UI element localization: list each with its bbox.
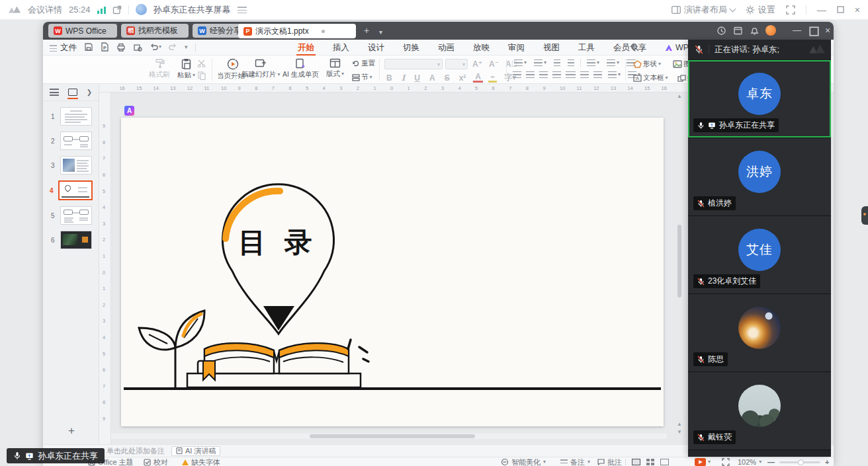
zoom-level[interactable]: 102%▾ bbox=[738, 457, 761, 466]
zoom-out-button[interactable]: — bbox=[767, 458, 775, 466]
play-options-chevron[interactable]: ▾ bbox=[708, 459, 711, 465]
bold-button[interactable]: B bbox=[384, 73, 394, 83]
missing-font-warning[interactable]: 缺失字体 bbox=[182, 457, 220, 466]
columns-button[interactable] bbox=[580, 71, 589, 78]
participant-tile-zhi-hongting[interactable]: 洪婷 植洪婷 bbox=[688, 138, 831, 216]
comments-button[interactable]: 批注 bbox=[597, 457, 622, 466]
strikethrough-button[interactable]: S bbox=[443, 73, 452, 83]
align-left-button[interactable] bbox=[513, 71, 521, 78]
minimize-button[interactable]: — bbox=[817, 5, 826, 15]
wps-minimize-button[interactable]: — bbox=[793, 25, 801, 36]
distribute-button[interactable] bbox=[566, 71, 576, 78]
normal-view-button[interactable] bbox=[632, 459, 640, 465]
slide-thumbnail-5[interactable]: 5 bbox=[60, 206, 92, 225]
superscript-button[interactable]: x² bbox=[457, 73, 468, 83]
tab-member[interactable]: 会员专享 bbox=[612, 40, 648, 56]
wps-ai-float-icon[interactable]: A bbox=[124, 106, 134, 116]
print-icon[interactable] bbox=[116, 43, 126, 52]
ai-script-button[interactable]: AI 演讲稿 bbox=[171, 446, 220, 456]
slide-page[interactable]: 目 录 bbox=[121, 118, 664, 426]
shape-button[interactable]: 形状▾ bbox=[632, 59, 662, 69]
fullscreen-icon[interactable] bbox=[786, 5, 795, 15]
undo-button[interactable]: ▾ bbox=[150, 43, 161, 51]
decrease-indent-button[interactable] bbox=[552, 59, 562, 67]
tab-review[interactable]: 审阅 bbox=[507, 40, 526, 56]
numbering-button[interactable]: ▾ bbox=[533, 59, 548, 67]
cut-icon[interactable] bbox=[197, 59, 206, 67]
tab-docer-templates[interactable]: 稻 找稻壳模板 bbox=[121, 24, 189, 38]
maximize-button[interactable] bbox=[837, 6, 844, 13]
align-right-button[interactable] bbox=[539, 71, 548, 78]
open-external-icon[interactable] bbox=[112, 5, 122, 15]
format-painter-button[interactable]: 格式刷 bbox=[149, 58, 170, 79]
decrease-font-button[interactable]: A⁻ bbox=[487, 59, 501, 69]
new-slide-button[interactable]: 新建幻灯片▾ bbox=[241, 58, 281, 79]
horizontal-scroll-thumb[interactable] bbox=[310, 434, 475, 438]
redo-button[interactable] bbox=[169, 43, 177, 51]
font-family-select[interactable]: ▾ bbox=[384, 59, 443, 69]
prev-slide-icon[interactable]: ▲ bbox=[677, 422, 682, 427]
increase-font-button[interactable]: A⁺ bbox=[470, 59, 484, 69]
notes-hint[interactable]: 单击此处添加备注 bbox=[107, 446, 165, 456]
banner-menu-icon[interactable] bbox=[238, 7, 247, 13]
tab-home[interactable]: 开始 bbox=[296, 40, 316, 56]
zoom-slider[interactable] bbox=[779, 461, 820, 463]
slide-sorter-view-button[interactable] bbox=[646, 459, 654, 465]
print-preview-icon[interactable] bbox=[133, 43, 142, 52]
scroll-up-icon[interactable]: ▲ bbox=[677, 94, 682, 99]
increase-indent-button[interactable] bbox=[566, 59, 576, 67]
participant-tile-dai-yuying[interactable]: 戴钰荧 bbox=[688, 372, 831, 450]
floating-window-handle[interactable] bbox=[861, 206, 868, 225]
reset-button[interactable]: 重置 bbox=[351, 58, 376, 69]
slide-thumbnail-2[interactable]: 2 bbox=[60, 132, 92, 150]
settings-button[interactable]: 设置 bbox=[746, 4, 775, 16]
search-icon[interactable] bbox=[630, 43, 639, 52]
participant-tile-liu-aijia[interactable]: 艾佳 23化卓刘艾佳 bbox=[688, 216, 831, 294]
tab-tools[interactable]: 工具 bbox=[577, 40, 596, 56]
wps-close-button[interactable]: × bbox=[825, 25, 830, 36]
tab-wps-office[interactable]: W WPS Office bbox=[48, 24, 117, 38]
paragraph-spacing-button[interactable]: ▾ bbox=[607, 71, 622, 79]
horizontal-scrollbar[interactable] bbox=[111, 434, 667, 439]
slide-thumbnail-6[interactable]: 6 bbox=[60, 231, 92, 249]
bullets-button[interactable]: ▾ bbox=[513, 59, 528, 67]
font-size-select[interactable]: ▾ bbox=[445, 59, 468, 69]
speaker-layout-button[interactable]: 演讲者布局 bbox=[672, 4, 735, 16]
proofing-button[interactable]: 校对 bbox=[144, 457, 168, 466]
zoom-in-button[interactable]: + bbox=[825, 458, 829, 466]
underline-button[interactable]: U bbox=[412, 73, 422, 83]
tab-design[interactable]: 设计 bbox=[367, 40, 386, 56]
copy-icon[interactable] bbox=[198, 71, 206, 80]
participant-tile-sun-zhuodong[interactable]: 卓东 孙卓东正在共享 bbox=[688, 60, 831, 138]
participant-tile-chen-si[interactable]: 陈思 bbox=[688, 294, 831, 372]
textbox-button[interactable]: A文本框▾ bbox=[632, 73, 670, 83]
mic-muted-icon[interactable] bbox=[695, 45, 703, 54]
tab-slideshow[interactable]: 放映 bbox=[472, 40, 491, 56]
align-center-button[interactable] bbox=[526, 71, 535, 78]
wps-restore-button[interactable] bbox=[809, 26, 819, 36]
slide-thumbnail-1[interactable]: 1 bbox=[60, 107, 92, 126]
member-avatar[interactable] bbox=[765, 25, 776, 36]
tab-insert[interactable]: 插入 bbox=[331, 40, 351, 56]
new-tab-button[interactable]: + bbox=[364, 25, 369, 36]
smart-beautify-button[interactable]: 智能美化▾ bbox=[501, 457, 546, 466]
italic-button[interactable]: I bbox=[400, 73, 408, 83]
fit-slide-button[interactable] bbox=[722, 457, 730, 466]
notes-button[interactable]: 备注▾ bbox=[560, 457, 590, 466]
layout-button[interactable]: 版式▾ bbox=[326, 58, 344, 79]
add-slide-button[interactable]: + bbox=[68, 424, 75, 438]
text-effect-button[interactable]: A bbox=[427, 73, 437, 83]
tab-view[interactable]: 视图 bbox=[542, 40, 561, 56]
outline-view-icon[interactable] bbox=[50, 89, 59, 96]
justify-button[interactable] bbox=[552, 71, 561, 78]
slide-thumbnail-3[interactable]: 3 bbox=[60, 156, 92, 175]
tab-transitions[interactable]: 切换 bbox=[402, 40, 421, 56]
notification-icon[interactable] bbox=[750, 26, 760, 36]
quickbar-chevron[interactable]: ▾ bbox=[185, 44, 188, 50]
reading-view-button[interactable] bbox=[660, 459, 669, 465]
font-color-button[interactable]: A bbox=[473, 73, 483, 83]
tab-pptx-active[interactable]: P 演示文稿1.pptx bbox=[238, 24, 356, 38]
close-button[interactable]: × bbox=[855, 5, 860, 15]
highlight-color-button[interactable]: ⌁ bbox=[488, 73, 497, 83]
meeting-detail-button[interactable]: 会议详情 bbox=[28, 4, 62, 16]
